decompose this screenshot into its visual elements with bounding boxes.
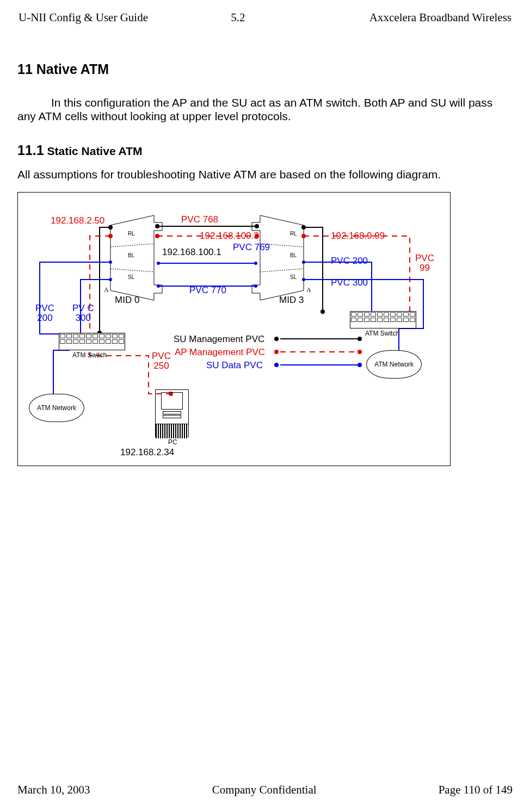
svg-point-23 [109, 261, 112, 264]
svg-point-33 [274, 350, 279, 354]
svg-point-20 [302, 261, 305, 264]
atm-switch-right-label: ATM Switch [365, 330, 399, 337]
pvc-200-left: PVC200 [35, 303, 54, 323]
svg-point-38 [358, 363, 362, 367]
pc-tower [155, 389, 189, 437]
header-right: Axxcelera Broadband Wireless [369, 11, 511, 24]
atm-switch-right [350, 311, 416, 328]
pvc-769: PVC 769 [233, 243, 270, 252]
pc-ip: 192.168.2.34 [120, 447, 174, 458]
atm-network-left: ATM Network [29, 394, 84, 422]
heading-11-1: 11.1 Static Native ATM [17, 142, 513, 158]
pc-label: PC [168, 438, 177, 446]
legend-ap-mgmt: AP Management PVC [175, 347, 265, 358]
heading-11-1-number: 11.1 [17, 142, 44, 158]
label-rl-right: RL [290, 231, 297, 237]
svg-point-8 [155, 234, 159, 238]
paragraph-assumptions: All assumptions for troubleshooting Nati… [17, 168, 513, 181]
ip-su-left: 192.168.100.1 [162, 247, 221, 258]
svg-point-32 [358, 337, 362, 341]
label-sl-left: SL [128, 274, 134, 280]
label-bl-right: BL [290, 252, 297, 258]
atm-switch-left [59, 333, 125, 350]
paragraph-intro-text: In this configuration the AP and the SU … [17, 96, 492, 122]
label-A-right: A [306, 286, 311, 294]
pvc-770: PVC 770 [189, 285, 226, 296]
mid-3: MID 3 [279, 295, 304, 306]
pvc-200-right: PVC 200 [331, 256, 368, 266]
svg-point-21 [302, 278, 305, 281]
svg-point-19 [321, 309, 325, 314]
svg-point-13 [254, 262, 257, 265]
svg-point-12 [157, 262, 160, 265]
svg-point-35 [358, 350, 362, 354]
footer-confidential: Company Confidential [212, 783, 317, 797]
footer-date: March 10, 2003 [17, 783, 90, 797]
ip-right: 192.168.9.99 [331, 231, 385, 241]
label-bl-left: BL [128, 252, 134, 258]
svg-point-5 [155, 224, 159, 228]
label-rl-left: RL [128, 231, 135, 237]
heading-11: 11 Native ATM [17, 61, 513, 77]
pvc-300-left: PV C300 [72, 303, 94, 323]
ip-ap: 192.168.2.50 [51, 215, 104, 226]
network-diagram: RL BL SL A RL BL SL A 192.168.2.50 PVC 7… [17, 192, 451, 466]
svg-point-36 [274, 363, 279, 367]
legend-su-mgmt: SU Management PVC [174, 334, 264, 345]
svg-point-6 [255, 224, 259, 228]
paragraph-intro: In this configuration the AP and the SU … [17, 96, 513, 123]
heading-11-1-text: Static Native ATM [47, 145, 143, 157]
pvc-768: PVC 768 [181, 214, 218, 225]
svg-point-27 [108, 234, 113, 238]
svg-point-18 [301, 225, 306, 230]
atm-switch-left-label: ATM Switch [72, 351, 107, 359]
header-center: 5.2 [231, 11, 245, 24]
svg-point-14 [157, 284, 160, 288]
atm-network-right: ATM Network [366, 350, 422, 379]
ip-su: 192.168.100.3 [200, 231, 259, 241]
svg-point-25 [108, 225, 113, 230]
page-footer: March 10, 2003 Company Confidential Page… [17, 783, 513, 797]
label-A-left: A [104, 286, 109, 294]
pvc-250: PVC250 [152, 351, 171, 371]
footer-page: Page 110 of 149 [439, 783, 513, 797]
label-sl-right: SL [290, 274, 297, 280]
svg-point-24 [109, 278, 112, 281]
pvc-99: PVC99 [415, 253, 434, 273]
svg-point-16 [301, 234, 306, 238]
svg-point-30 [274, 337, 279, 341]
mid-0: MID 0 [115, 295, 139, 306]
header-left: U-NII Config & User Guide [19, 11, 148, 24]
pvc-300-right: PVC 300 [331, 277, 368, 288]
legend-su-data: SU Data PVC [206, 360, 263, 371]
page-header: U-NII Config & User Guide 5.2 Axxcelera … [17, 11, 513, 26]
svg-point-15 [254, 284, 257, 288]
